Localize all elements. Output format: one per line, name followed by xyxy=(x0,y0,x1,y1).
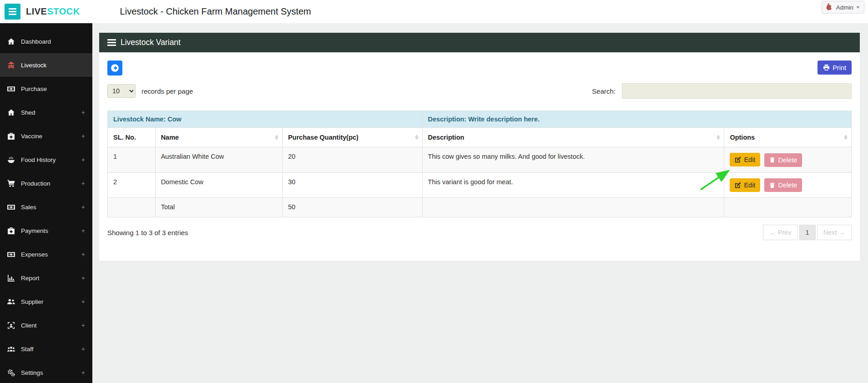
livestock-icon xyxy=(7,61,15,69)
sidebar-item-expenses[interactable]: Expenses + xyxy=(0,242,92,266)
expand-plus-icon[interactable]: + xyxy=(81,345,85,353)
total-label: Total xyxy=(155,198,283,217)
expand-plus-icon[interactable]: + xyxy=(81,369,85,376)
records-per-page-label: records per page xyxy=(141,87,193,95)
panel-body: Print 10 records per page Search: xyxy=(99,52,860,240)
prev-page-button[interactable]: ← Prev xyxy=(763,225,797,240)
sidebar-item-vaccine[interactable]: Vaccine + xyxy=(0,124,92,148)
top-header: LIVESTOCK Livestock - Chicken Farm Manag… xyxy=(0,0,868,23)
sidebar-item-purchase[interactable]: Purchase xyxy=(0,77,92,101)
page-title: Livestock - Chicken Farm Management Syst… xyxy=(120,6,311,17)
total-qty: 50 xyxy=(283,198,422,217)
cell-description: This variant is good for meat. xyxy=(422,172,724,198)
cell-name: Australian White Cow xyxy=(155,147,283,173)
expand-plus-icon[interactable]: + xyxy=(81,203,85,211)
records-per-page-select[interactable]: 10 xyxy=(107,84,136,98)
column-header-options[interactable]: Options xyxy=(724,128,852,147)
arrow-left-circle-icon xyxy=(111,64,119,72)
sidebar-item-shed[interactable]: Shed + xyxy=(0,101,92,124)
pencil-square-icon xyxy=(735,182,741,188)
home-icon xyxy=(7,109,15,116)
sidebar-item-settings[interactable]: Settings + xyxy=(0,361,92,383)
expand-plus-icon[interactable]: + xyxy=(81,156,85,163)
expand-plus-icon[interactable]: + xyxy=(81,227,85,234)
expand-plus-icon[interactable]: + xyxy=(81,298,85,305)
sidebar-item-food-history[interactable]: Food History + xyxy=(0,148,92,171)
edit-button[interactable]: Edit xyxy=(730,178,760,192)
column-header-description[interactable]: Description xyxy=(422,128,724,147)
showing-entries-text: Showing 1 to 3 of 3 entries xyxy=(107,229,188,237)
sort-icon xyxy=(844,135,848,140)
search-input[interactable] xyxy=(622,83,852,99)
expand-plus-icon[interactable]: + xyxy=(81,274,85,282)
gears-icon xyxy=(7,369,15,377)
sort-icon xyxy=(415,135,419,140)
cell-name: Domestic Cow xyxy=(155,172,283,198)
total-row: Total 50 xyxy=(108,198,852,217)
app-root: LIVESTOCK Livestock - Chicken Farm Manag… xyxy=(0,0,868,383)
trash-icon xyxy=(769,157,775,163)
brand-logo: LIVESTOCK xyxy=(26,6,80,17)
sidebar-item-staff[interactable]: Staff + xyxy=(0,337,92,361)
column-header-sl-no[interactable]: SL. No. xyxy=(108,128,156,147)
print-button[interactable]: Print xyxy=(818,60,852,75)
hamburger-icon xyxy=(9,8,16,15)
column-header-purchase-quantity[interactable]: Purchase Quantity(pc) xyxy=(283,128,422,147)
expand-plus-icon[interactable]: + xyxy=(81,322,85,329)
sidebar-item-payments[interactable]: Payments + xyxy=(0,219,92,242)
panel-title: Livestock Variant xyxy=(121,38,181,47)
medkit-icon xyxy=(7,132,15,140)
bar-chart-icon xyxy=(7,274,15,282)
cart-icon xyxy=(7,180,15,187)
food-bowl-icon xyxy=(7,156,15,164)
next-page-button[interactable]: Next → xyxy=(817,225,852,240)
cell-qty: 30 xyxy=(283,172,422,198)
banknote-icon xyxy=(7,251,15,258)
main-content: Livestock Variant Print xyxy=(92,23,868,383)
banknote-icon xyxy=(7,85,15,93)
user-menu[interactable]: Admin xyxy=(822,1,864,14)
expand-plus-icon[interactable]: + xyxy=(81,109,85,116)
users-frame-icon xyxy=(7,322,15,329)
sidebar-item-report[interactable]: Report + xyxy=(0,266,92,290)
sidebar-item-supplier[interactable]: Supplier + xyxy=(0,290,92,313)
cell-qty: 20 xyxy=(283,147,422,173)
caret-down-icon xyxy=(856,6,860,9)
column-header-name[interactable]: Name xyxy=(155,128,283,147)
medkit-icon xyxy=(7,227,15,235)
sidebar-item-livestock[interactable]: Livestock xyxy=(0,53,92,77)
sidebar-item-production[interactable]: Production + xyxy=(0,171,92,195)
panel-header: Livestock Variant xyxy=(99,33,860,52)
pagination: ← Prev 1 Next → xyxy=(762,225,852,240)
brand-stock: STOCK xyxy=(47,6,80,16)
sidebar-toggle-button[interactable] xyxy=(5,4,20,20)
users-icon xyxy=(7,298,15,306)
livestock-variant-panel: Livestock Variant Print xyxy=(99,33,860,261)
sidebar-item-dashboard[interactable]: Dashboard xyxy=(0,30,92,53)
expand-plus-icon[interactable]: + xyxy=(81,251,85,258)
rooster-avatar-icon xyxy=(825,3,833,12)
printer-icon xyxy=(823,64,830,71)
trash-icon xyxy=(769,182,775,188)
user-name: Admin xyxy=(836,4,853,11)
panel-hamburger-icon xyxy=(107,39,116,46)
group-header-livestock-name: Livestock Name: Cow xyxy=(108,111,423,128)
search-label: Search: xyxy=(592,87,616,95)
cell-sl-no: 2 xyxy=(108,172,156,198)
table-row: 2 Domestic Cow 30 This variant is good f… xyxy=(108,172,852,198)
sort-icon xyxy=(275,135,278,140)
sidebar-item-sales[interactable]: Sales + xyxy=(0,195,92,219)
delete-button[interactable]: Delete xyxy=(764,178,802,192)
expand-plus-icon[interactable]: + xyxy=(81,180,85,187)
delete-button[interactable]: Delete xyxy=(764,153,802,167)
brand-live: LIVE xyxy=(26,6,47,16)
table-row: 1 Australian White Cow 20 This cow gives… xyxy=(108,147,852,173)
pencil-square-icon xyxy=(735,156,741,163)
back-button[interactable] xyxy=(107,60,122,76)
sidebar-item-client[interactable]: Client + xyxy=(0,313,92,337)
page-1-button[interactable]: 1 xyxy=(799,225,816,240)
sort-icon xyxy=(717,135,720,140)
cell-sl-no: 1 xyxy=(108,147,156,173)
expand-plus-icon[interactable]: + xyxy=(81,132,85,140)
edit-button[interactable]: Edit xyxy=(730,153,760,166)
